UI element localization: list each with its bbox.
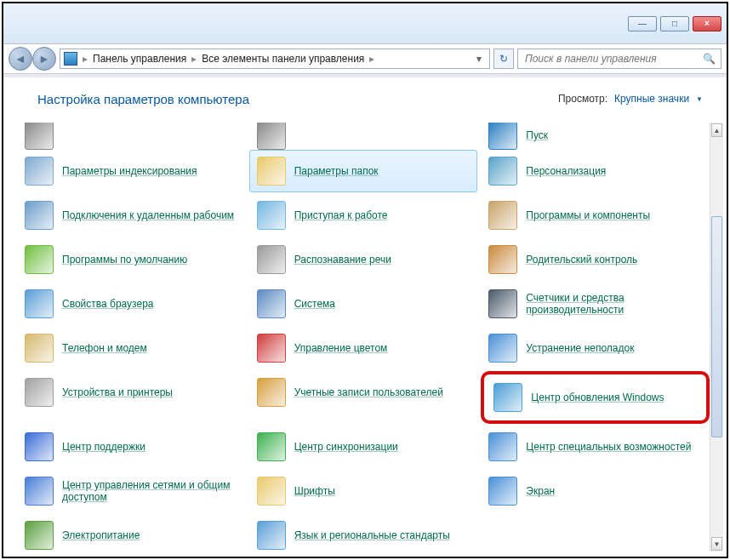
item-remote-desktop[interactable]: Подключения к удаленным рабочим	[17, 194, 246, 237]
item-windows-update-label: Центр обновления Windows	[531, 391, 664, 403]
item-color-management-icon	[257, 334, 286, 363]
item-region-language[interactable]: Язык и региональные стандарты	[249, 514, 478, 551]
chevron-down-icon[interactable]: ▼	[696, 95, 703, 103]
address-dropdown[interactable]: ▾	[472, 53, 486, 65]
view-label: Просмотр:	[558, 93, 607, 105]
item-troubleshooting[interactable]: Устранение неполадок	[481, 327, 710, 369]
truncated-item-2-icon	[257, 123, 286, 150]
item-devices-printers-label: Устройства и принтеры	[62, 386, 173, 398]
item-remote-desktop-label: Подключения к удаленным рабочим	[62, 209, 234, 221]
item-phone-modem-icon	[25, 334, 54, 363]
view-value[interactable]: Крупные значки	[614, 93, 689, 105]
item-parental-controls[interactable]: Родительский контроль	[481, 238, 710, 281]
item-performance-icon	[488, 289, 517, 318]
item-getting-started-label: Приступая к работе	[294, 209, 388, 221]
item-user-accounts-label: Учетные записи пользователей	[294, 386, 443, 398]
item-getting-started-icon	[257, 201, 286, 230]
item-system-icon	[257, 289, 286, 318]
scroll-up-button[interactable]: ▲	[711, 123, 722, 137]
item-display[interactable]: Экран	[481, 470, 710, 512]
item-color-management[interactable]: Управление цветом	[249, 327, 478, 369]
item-parental-controls-icon	[488, 245, 517, 274]
item-default-programs-icon	[25, 245, 54, 274]
search-input[interactable]	[523, 52, 693, 66]
item-network-sharing-label: Центр управления сетями и общим доступом	[62, 479, 238, 503]
forward-button[interactable]: ►	[32, 47, 56, 71]
back-button[interactable]: ◄	[9, 47, 32, 71]
item-action-center-label: Центр поддержки	[62, 441, 145, 453]
truncated-item-1[interactable]	[17, 123, 246, 148]
search-box[interactable]: 🔍	[517, 49, 721, 69]
scroll-down-button[interactable]: ▼	[711, 537, 722, 551]
item-fonts-icon	[257, 477, 286, 506]
item-speech-recognition-label: Распознавание речи	[294, 254, 391, 266]
content-header: Настройка параметров компьютера Просмотр…	[3, 82, 727, 116]
item-devices-printers-icon	[25, 378, 54, 407]
item-getting-started[interactable]: Приступая к работе	[249, 194, 478, 237]
item-default-programs-label: Программы по умолчанию	[62, 254, 187, 266]
item-color-management-label: Управление цветом	[294, 342, 388, 354]
item-parental-controls-label: Родительский контроль	[526, 254, 637, 266]
item-start-label: Пуск	[526, 129, 548, 141]
control-panel-icon	[64, 52, 77, 66]
item-display-label: Экран	[526, 485, 555, 497]
item-phone-modem[interactable]: Телефон и модем	[17, 327, 246, 369]
item-sync-center-icon	[257, 432, 286, 461]
address-bar[interactable]: ▸ Панель управления ▸ Все элементы панел…	[60, 49, 490, 69]
truncated-item-2[interactable]	[249, 123, 478, 148]
breadcrumb-item[interactable]: Панель управления	[93, 53, 186, 65]
maximize-button[interactable]: □	[660, 16, 689, 31]
item-fonts[interactable]: Шрифты	[249, 470, 478, 512]
item-power-options-label: Электропитание	[62, 529, 140, 541]
item-phone-modem-label: Телефон и модем	[62, 342, 147, 354]
refresh-button[interactable]: ↻	[493, 49, 514, 69]
item-programs-features-icon	[488, 201, 517, 230]
highlight-windows-update: Центр обновления Windows	[481, 371, 710, 424]
item-region-language-icon	[257, 521, 286, 550]
item-sync-center[interactable]: Центр синхронизации	[249, 426, 478, 468]
item-network-sharing-icon	[25, 477, 54, 506]
breadcrumb-item[interactable]: Все элементы панели управления	[202, 53, 364, 65]
item-personalization[interactable]: Персонализация	[481, 150, 710, 192]
item-programs-features-label: Программы и компоненты	[526, 209, 650, 221]
scroll-thumb[interactable]	[711, 216, 722, 437]
item-troubleshooting-icon	[488, 334, 517, 363]
item-windows-update[interactable]: Центр обновления Windows	[486, 376, 704, 419]
item-performance[interactable]: Счетчики и средства производительности	[481, 283, 710, 325]
navigation-bar: ◄ ► ▸ Панель управления ▸ Все элементы п…	[3, 44, 727, 73]
item-action-center[interactable]: Центр поддержки	[17, 426, 246, 468]
item-internet-options-label: Свойства браузера	[62, 298, 154, 310]
item-internet-options-icon	[25, 289, 54, 318]
item-display-icon	[488, 477, 517, 506]
item-region-language-label: Язык и региональные стандарты	[294, 529, 450, 541]
item-speech-recognition-icon	[257, 245, 286, 274]
close-button[interactable]: ×	[693, 16, 721, 31]
breadcrumb-sep: ▸	[191, 53, 197, 65]
vertical-scrollbar[interactable]: ▲ ▼	[710, 123, 723, 551]
item-network-sharing[interactable]: Центр управления сетями и общим доступом	[17, 470, 246, 512]
item-performance-label: Счетчики и средства производительности	[526, 292, 702, 316]
search-icon[interactable]: 🔍	[703, 53, 716, 65]
item-speech-recognition[interactable]: Распознавание речи	[249, 238, 478, 281]
item-default-programs[interactable]: Программы по умолчанию	[17, 238, 246, 281]
items-area: ПускПараметры индексированияПараметры па…	[17, 123, 710, 551]
item-user-accounts[interactable]: Учетные записи пользователей	[249, 371, 478, 414]
page-title: Настройка параметров компьютера	[37, 92, 249, 106]
item-indexing-options[interactable]: Параметры индексирования	[17, 150, 246, 192]
item-fonts-label: Шрифты	[294, 485, 335, 497]
item-system-label: Система	[294, 298, 335, 310]
item-folder-options[interactable]: Параметры папок	[249, 150, 478, 192]
titlebar: — □ ×	[3, 3, 727, 44]
item-ease-of-access[interactable]: Центр специальных возможностей	[481, 426, 710, 468]
item-troubleshooting-label: Устранение неполадок	[526, 342, 634, 354]
item-start[interactable]: Пуск	[481, 123, 710, 148]
item-programs-features[interactable]: Программы и компоненты	[481, 194, 710, 237]
item-power-options-icon	[25, 521, 54, 550]
item-internet-options[interactable]: Свойства браузера	[17, 283, 246, 325]
item-power-options[interactable]: Электропитание	[17, 514, 246, 551]
item-devices-printers[interactable]: Устройства и принтеры	[17, 371, 246, 414]
explorer-window: — □ × ◄ ► ▸ Панель управления ▸ Все элем…	[2, 2, 728, 558]
item-system[interactable]: Система	[249, 283, 478, 325]
minimize-button[interactable]: —	[628, 16, 657, 31]
view-selector[interactable]: Просмотр: Крупные значки ▼	[558, 93, 703, 105]
